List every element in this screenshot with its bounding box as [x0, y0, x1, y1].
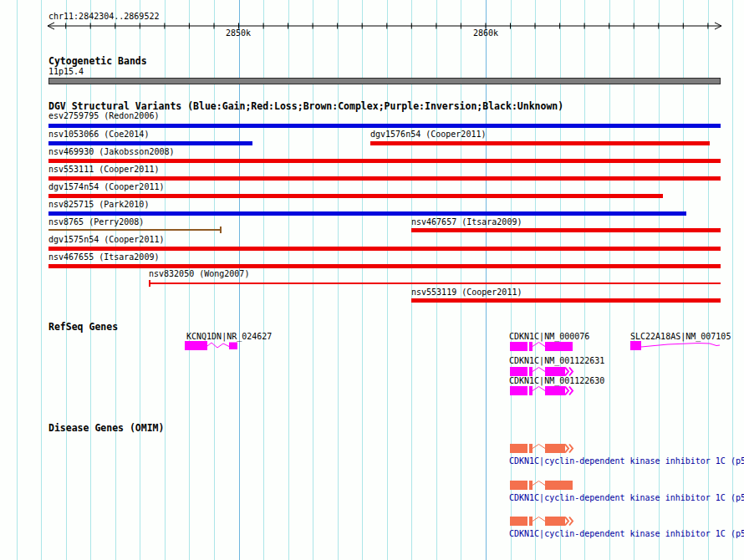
variant-label[interactable]: esv2759795 (Redon2006)	[48, 111, 159, 120]
ruler-tick-label: 2860k	[473, 28, 498, 38]
omim-gene-label[interactable]: CDKN1C|cyclin-dependent kinase inhibitor…	[509, 456, 744, 466]
gene-label[interactable]: CDKN1C|NM_001122631	[509, 356, 604, 365]
gene-structure-cdkn1c[interactable]	[510, 341, 575, 353]
variant-label[interactable]: nsv553111 (Cooper2011)	[48, 165, 159, 174]
variant-bar[interactable]	[370, 141, 710, 145]
variant-bar[interactable]	[48, 159, 721, 163]
refseq-section-title: RefSeq Genes	[48, 322, 118, 332]
gene-label[interactable]: KCNQ1DN|NR_024627	[186, 332, 272, 341]
variant-label[interactable]: dgv1574n54 (Cooper2011)	[48, 182, 164, 191]
omim-gene-structure[interactable]	[510, 480, 575, 491]
variant-bar[interactable]	[48, 194, 663, 198]
variant-label[interactable]: nsv832050 (Wong2007)	[149, 269, 249, 278]
variant-bar[interactable]	[411, 228, 721, 232]
variant-label[interactable]: nsv553119 (Cooper2011)	[411, 288, 522, 297]
gene-structure-kcnq1dn[interactable]	[185, 340, 238, 352]
genome-browser-view: chr11:2842304..2869522 2850k 2860k Cytog…	[0, 0, 744, 560]
variant-bar[interactable]	[411, 298, 721, 303]
ruler-axis	[0, 0, 744, 42]
variant-label[interactable]: nsv467657 (Itsara2009)	[411, 217, 522, 227]
cytoband-bar	[48, 78, 721, 84]
omim-gene-structure[interactable]	[510, 516, 575, 527]
omim-section-title: Disease Genes (OMIM)	[48, 423, 164, 433]
gridline	[41, 0, 42, 560]
variant-label[interactable]: nsv825715 (Park2010)	[48, 200, 149, 209]
variant-bar[interactable]	[48, 247, 721, 251]
gridline	[17, 0, 18, 560]
gene-structure-cdkn1c[interactable]	[510, 385, 575, 397]
variant-label[interactable]: dgv1575n54 (Cooper2011)	[48, 235, 164, 244]
gridline	[732, 0, 733, 560]
variant-label[interactable]: nsv467655 (Itsara2009)	[48, 252, 159, 262]
omim-gene-structure[interactable]	[510, 443, 575, 455]
variant-start-tick	[149, 280, 150, 287]
coordinate-label: chr11:2842304..2869522	[48, 12, 159, 21]
gene-label[interactable]: CDKN1C|NM_000076	[509, 332, 589, 341]
variant-bar[interactable]	[48, 211, 686, 216]
variant-bar[interactable]	[48, 141, 252, 145]
variant-line[interactable]	[150, 283, 721, 284]
variant-bar[interactable]	[48, 264, 721, 268]
variant-bar[interactable]	[48, 176, 721, 181]
omim-gene-label[interactable]: CDKN1C|cyclin-dependent kinase inhibitor…	[509, 493, 744, 502]
variant-line[interactable]	[48, 229, 222, 231]
ruler-tick-label: 2850k	[226, 28, 251, 38]
omim-gene-label[interactable]: CDKN1C|cyclin-dependent kinase inhibitor…	[509, 529, 744, 538]
variant-bar[interactable]	[48, 124, 721, 128]
cytoband-section-title: Cytogenetic Bands	[48, 56, 147, 66]
dgv-section-title: DGV Structural Variants (Blue:Gain;Red:L…	[48, 101, 563, 111]
variant-label[interactable]: dgv1576n54 (Cooper2011)	[370, 130, 486, 139]
gene-label[interactable]: CDKN1C|NM_001122630	[509, 376, 604, 385]
gene-structure-slc22a18as[interactable]	[630, 340, 721, 352]
variant-label[interactable]: nsv8765 (Perry2008)	[48, 217, 144, 227]
variant-end-tick	[220, 227, 222, 233]
gene-label[interactable]: SLC22A18AS|NM_007105	[630, 332, 731, 341]
variant-label[interactable]: nsv1053066 (Coe2014)	[48, 130, 149, 139]
variant-label[interactable]: nsv469930 (Jakobsson2008)	[48, 147, 175, 156]
cytoband-name: 11p15.4	[48, 67, 84, 76]
